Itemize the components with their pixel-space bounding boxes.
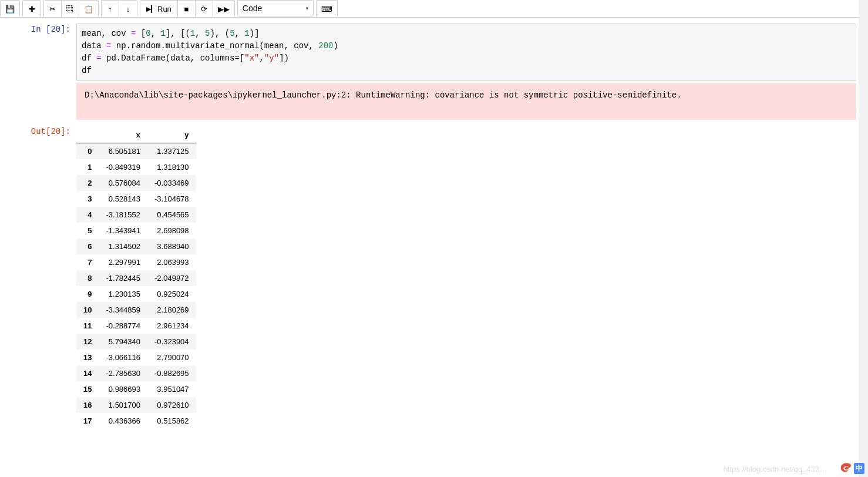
code-cell: In [20]: mean, cov = [0, 1], [(1, 5), (5… xyxy=(12,23,856,120)
command-palette-button[interactable]: ⌨ xyxy=(317,1,337,17)
table-row: 150.9866933.951047 xyxy=(76,381,196,397)
table-row: 91.2301350.925024 xyxy=(76,286,196,302)
table-row: 1-0.8493191.318130 xyxy=(76,159,196,175)
copy-button[interactable]: ⿻ xyxy=(62,1,79,17)
cell-y: -2.049872 xyxy=(147,270,196,286)
input-prompt: In [20]: xyxy=(12,23,76,120)
cell-x: -3.066116 xyxy=(99,350,147,365)
table-row: 170.4363660.515862 xyxy=(76,413,196,429)
cell-y: 0.925024 xyxy=(147,286,196,302)
row-index: 2 xyxy=(76,175,99,191)
cell-x: 5.794340 xyxy=(99,334,147,350)
notebook-area: In [20]: mean, cov = [0, 1], [(1, 5), (5… xyxy=(0,23,868,441)
table-row: 161.5017000.972610 xyxy=(76,397,196,413)
interrupt-button[interactable]: ■ xyxy=(178,1,196,17)
col-header-x: x xyxy=(99,127,147,143)
row-index: 16 xyxy=(76,397,99,413)
cell-type-value: Code xyxy=(243,4,262,13)
row-index: 17 xyxy=(76,413,99,429)
cell-type-select[interactable]: Code xyxy=(237,0,314,16)
cell-y: 0.972610 xyxy=(147,397,196,413)
scissors-icon: ✂ xyxy=(49,5,56,14)
arrow-up-icon: ↑ xyxy=(108,5,112,14)
table-row: 30.528143-3.104678 xyxy=(76,191,196,207)
cell-x: 0.436366 xyxy=(99,413,147,429)
paste-icon: 📋 xyxy=(84,5,93,14)
row-index: 4 xyxy=(76,207,99,223)
cell-y: 0.454565 xyxy=(147,207,196,223)
row-index: 12 xyxy=(76,334,99,350)
index-header xyxy=(76,127,99,143)
row-index: 0 xyxy=(76,143,99,160)
cell-y: 2.063993 xyxy=(147,254,196,270)
row-index: 7 xyxy=(76,254,99,270)
cell-y: -0.323904 xyxy=(147,334,196,350)
copy-icon: ⿻ xyxy=(66,5,74,14)
restart-button[interactable]: ⟳ xyxy=(196,1,213,17)
keyboard-icon: ⌨ xyxy=(321,5,332,14)
row-index: 13 xyxy=(76,350,99,365)
cell-y: 1.337125 xyxy=(147,143,196,160)
save-icon: 💾 xyxy=(5,5,15,14)
table-row: 4-3.1815520.454565 xyxy=(76,207,196,223)
cell-y: -0.882695 xyxy=(147,365,196,381)
run-label: Run xyxy=(157,5,171,14)
row-index: 5 xyxy=(76,223,99,238)
table-row: 13-3.0661162.790070 xyxy=(76,350,196,365)
dataframe-table: x y 06.5051811.3371251-0.8493191.3181302… xyxy=(76,127,196,429)
output-cell: Out[20]: x y 06.5051811.3371251-0.849319… xyxy=(12,126,856,429)
paste-button[interactable]: 📋 xyxy=(79,1,98,17)
run-button[interactable]: ▶▎ Run xyxy=(140,1,178,17)
cell-x: -1.343941 xyxy=(99,223,147,238)
cell-y: 2.961234 xyxy=(147,318,196,334)
cell-y: 3.688940 xyxy=(147,238,196,254)
cut-button[interactable]: ✂ xyxy=(44,1,62,17)
cell-x: 1.314502 xyxy=(99,238,147,254)
cell-x: 1.501700 xyxy=(99,397,147,413)
table-row: 20.576084-0.033469 xyxy=(76,175,196,191)
code-input[interactable]: mean, cov = [0, 1], [(1, 5), (5, 1)] dat… xyxy=(76,23,856,81)
cell-x: -0.288774 xyxy=(99,318,147,334)
cell-x: -1.782445 xyxy=(99,270,147,286)
cell-y: 3.951047 xyxy=(147,381,196,397)
run-icon: ▶▎ xyxy=(146,5,156,13)
restart-run-all-button[interactable]: ▶▶ xyxy=(213,1,234,17)
table-row: 125.794340-0.323904 xyxy=(76,334,196,350)
move-down-button[interactable]: ↓ xyxy=(119,1,137,17)
cell-x: 1.230135 xyxy=(99,286,147,302)
row-index: 15 xyxy=(76,381,99,397)
cell-y: -3.104678 xyxy=(147,191,196,207)
stderr-output: D:\Anaconda\lib\site-packages\ipykernel_… xyxy=(76,83,856,120)
row-index: 8 xyxy=(76,270,99,286)
col-header-y: y xyxy=(147,127,196,143)
table-row: 10-3.3448592.180269 xyxy=(76,302,196,318)
stop-icon: ■ xyxy=(184,5,189,14)
insert-cell-button[interactable]: ✚ xyxy=(23,1,41,17)
cell-y: 0.515862 xyxy=(147,413,196,429)
cell-x: 0.576084 xyxy=(99,175,147,191)
plus-icon: ✚ xyxy=(29,5,35,14)
cell-x: 6.505181 xyxy=(99,143,147,160)
arrow-down-icon: ↓ xyxy=(126,5,130,14)
row-index: 11 xyxy=(76,318,99,334)
vertical-scrollbar[interactable] xyxy=(859,0,868,441)
cell-x: -3.181552 xyxy=(99,207,147,223)
fast-forward-icon: ▶▶ xyxy=(218,5,230,14)
cell-x: -2.785630 xyxy=(99,365,147,381)
notebook-toolbar: 💾 ✚ ✂ ⿻ 📋 ↑ ↓ ▶▎ Run ■ ⟳ ▶▶ Code ⌨ xyxy=(0,0,868,18)
cell-x: -0.849319 xyxy=(99,159,147,175)
cell-x: 0.528143 xyxy=(99,191,147,207)
row-index: 3 xyxy=(76,191,99,207)
cell-y: 2.698098 xyxy=(147,223,196,238)
cell-y: -0.033469 xyxy=(147,175,196,191)
cell-y: 2.180269 xyxy=(147,302,196,318)
row-index: 14 xyxy=(76,365,99,381)
cell-x: -3.344859 xyxy=(99,302,147,318)
cell-y: 2.790070 xyxy=(147,350,196,365)
table-row: 5-1.3439412.698098 xyxy=(76,223,196,238)
row-index: 1 xyxy=(76,159,99,175)
row-index: 9 xyxy=(76,286,99,302)
save-button[interactable]: 💾 xyxy=(1,1,19,17)
table-row: 72.2979912.063993 xyxy=(76,254,196,270)
move-up-button[interactable]: ↑ xyxy=(102,1,119,17)
